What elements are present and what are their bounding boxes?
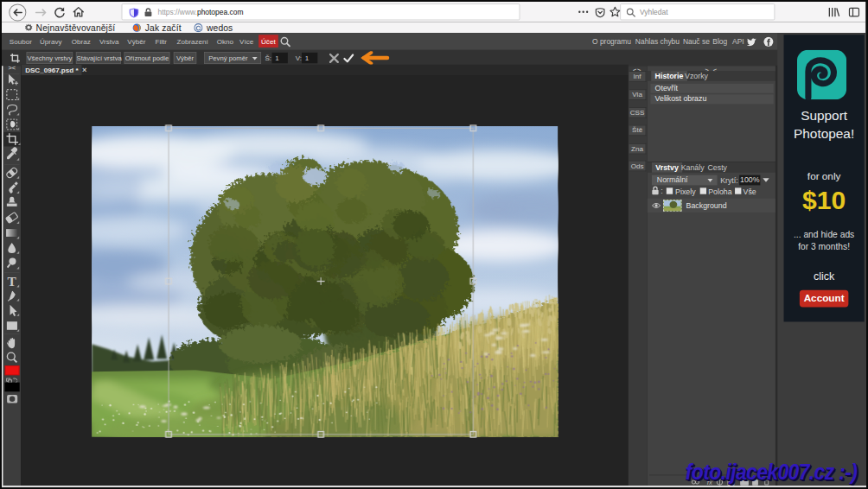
svg-text:T: T <box>8 274 17 289</box>
svg-text:><: >< <box>8 66 16 72</box>
